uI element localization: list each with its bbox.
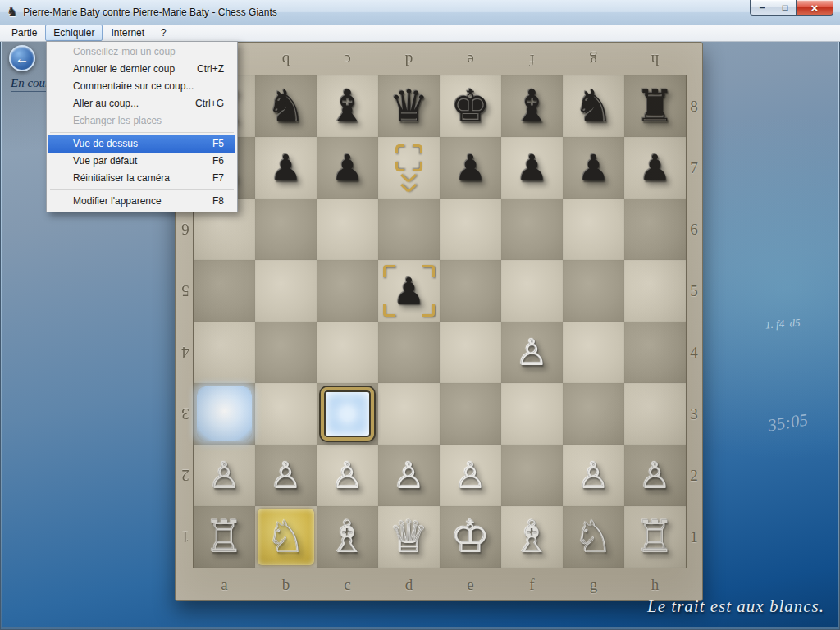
- square-b3[interactable]: [255, 383, 317, 445]
- square-d3[interactable]: [378, 383, 440, 445]
- piece-wq-d1[interactable]: ♕: [378, 506, 440, 568]
- piece-wp-g2[interactable]: ♙: [563, 445, 624, 506]
- close-button[interactable]: ×: [796, 0, 833, 16]
- square-e3[interactable]: [440, 383, 501, 445]
- square-a4[interactable]: [194, 322, 255, 383]
- piece-br-h8[interactable]: ♜: [624, 75, 686, 137]
- menu-item: Conseillez-moi un coup: [48, 43, 235, 61]
- menu-item-shortcut: F6: [212, 155, 224, 167]
- piece-bk-e8[interactable]: ♚: [440, 75, 501, 137]
- turn-status-text: Le trait est aux blancs.: [647, 596, 824, 617]
- piece-bp-e7[interactable]: ♟: [440, 137, 501, 199]
- piece-wp-h2[interactable]: ♙: [624, 445, 686, 506]
- piece-wp-c2[interactable]: ♙: [317, 445, 378, 506]
- titlebar[interactable]: ♞ Pierre-Marie Baty contre Pierre-Marie …: [0, 0, 840, 25]
- maximize-icon: □: [783, 3, 788, 12]
- piece-wp-b2[interactable]: ♙: [255, 445, 317, 506]
- piece-wr-a1[interactable]: ♖: [194, 506, 255, 568]
- square-g4[interactable]: [563, 322, 624, 383]
- menubar-items: PartieEchiquierInternet?: [0, 25, 840, 41]
- piece-wr-h1[interactable]: ♖: [624, 506, 686, 568]
- chevron: [400, 177, 417, 194]
- square-f3[interactable]: [501, 383, 563, 445]
- piece-bb-f8[interactable]: ♝: [501, 75, 563, 137]
- app-icon: ♞: [7, 6, 18, 19]
- piece-bp-h7[interactable]: ♟: [624, 137, 686, 199]
- menubar-item-internet[interactable]: Internet: [103, 25, 153, 41]
- square-h4[interactable]: [624, 322, 686, 383]
- menu-item[interactable]: Annuler le dernier coupCtrl+Z: [48, 61, 235, 78]
- square-e5[interactable]: [440, 260, 501, 322]
- square-e4[interactable]: [440, 322, 501, 383]
- piece-wn-g1[interactable]: ♘: [563, 506, 624, 568]
- menu-item-shortcut: Ctrl+Z: [197, 63, 224, 75]
- square-c6[interactable]: [317, 199, 378, 260]
- file-label-top-f: f: [501, 48, 563, 71]
- piece-bn-b8[interactable]: ♞: [255, 75, 317, 137]
- menubar-item-help[interactable]: ?: [153, 25, 175, 41]
- menu-item-label: Commentaire sur ce coup...: [73, 80, 194, 92]
- rank-label-right-1: 1: [686, 506, 702, 568]
- menu-item-shortcut: F8: [212, 195, 224, 207]
- menu-item-label: Aller au coup...: [73, 98, 139, 109]
- square-b5[interactable]: [255, 260, 317, 322]
- piece-wp-f4[interactable]: ♙: [501, 322, 563, 383]
- menu-item-shortcut: F5: [212, 138, 224, 149]
- file-label-top-g: g: [563, 48, 624, 71]
- square-g6[interactable]: [563, 199, 624, 260]
- piece-bb-c8[interactable]: ♝: [317, 75, 378, 137]
- square-c4[interactable]: [317, 322, 378, 383]
- file-label-top-c: c: [317, 48, 378, 71]
- square-b6[interactable]: [255, 199, 317, 260]
- square-f2[interactable]: [501, 445, 563, 506]
- piece-wp-a2[interactable]: ♙: [194, 445, 255, 506]
- board-frame: ♜♞♝♛♚♝♞♜♟♟♟♟♟♟♟♟♙♙♙♙♙♙♙♙♖♘♗♕♔♗♘♖ aabbccd…: [175, 42, 703, 601]
- piece-bp-g7[interactable]: ♟: [563, 137, 624, 199]
- menu-item[interactable]: Vue par défautF6: [48, 153, 235, 170]
- minimize-icon: –: [760, 2, 765, 12]
- clock-text: 35:05: [766, 409, 809, 436]
- rank-label-right-7: 7: [686, 137, 702, 199]
- piece-bp-c7[interactable]: ♟: [317, 137, 378, 199]
- menubar-item-partie[interactable]: Partie: [3, 25, 45, 41]
- highlight-cursor-frame-c3: [321, 387, 374, 441]
- square-g3[interactable]: [563, 383, 624, 445]
- piece-wn-b1[interactable]: ♘: [255, 506, 317, 568]
- square-f6[interactable]: [501, 199, 563, 260]
- piece-wp-d2[interactable]: ♙: [378, 445, 440, 506]
- square-g5[interactable]: [563, 260, 624, 322]
- square-b4[interactable]: [255, 322, 317, 383]
- piece-bn-g8[interactable]: ♞: [563, 75, 624, 137]
- menu-item[interactable]: Aller au coup...Ctrl+G: [48, 95, 235, 112]
- square-a5[interactable]: [194, 260, 255, 322]
- piece-bp-b7[interactable]: ♟: [255, 137, 317, 199]
- square-c5[interactable]: [317, 260, 378, 322]
- square-h5[interactable]: [624, 260, 686, 322]
- square-h3[interactable]: [624, 383, 686, 445]
- square-d4[interactable]: [378, 322, 440, 383]
- square-h6[interactable]: [624, 199, 686, 260]
- square-f5[interactable]: [501, 260, 563, 322]
- back-button[interactable]: ←: [9, 45, 35, 71]
- piece-wb-c1[interactable]: ♗: [317, 506, 378, 568]
- board-squares: ♜♞♝♛♚♝♞♜♟♟♟♟♟♟♟♟♙♙♙♙♙♙♙♙♖♘♗♕♔♗♘♖: [194, 75, 686, 568]
- piece-bq-d8[interactable]: ♛: [378, 75, 440, 137]
- square-e6[interactable]: [440, 199, 501, 260]
- menu-item[interactable]: Réinitialiser la caméraF7: [48, 170, 235, 187]
- window-title: Pierre-Marie Baty contre Pierre-Marie Ba…: [23, 7, 276, 18]
- piece-wk-e1[interactable]: ♔: [440, 506, 501, 568]
- piece-wp-e2[interactable]: ♙: [440, 445, 501, 506]
- menu-item[interactable]: Modifier l'apparenceF8: [48, 193, 235, 210]
- minimize-button[interactable]: –: [750, 0, 774, 16]
- maximize-button[interactable]: □: [774, 0, 797, 16]
- file-label-bottom-d: d: [378, 572, 440, 598]
- menu-item[interactable]: Commentaire sur ce coup...: [48, 78, 235, 95]
- file-label-bottom-f: f: [501, 572, 563, 598]
- menubar-item-echiquier[interactable]: Echiquier: [45, 25, 103, 41]
- piece-bp-d5[interactable]: ♟: [378, 260, 440, 322]
- menu-item[interactable]: Vue de dessusF5: [48, 135, 235, 153]
- rank-label-left-5: 5: [177, 260, 194, 322]
- square-d6[interactable]: [378, 199, 440, 260]
- piece-bp-f7[interactable]: ♟: [501, 137, 563, 199]
- piece-wb-f1[interactable]: ♗: [501, 506, 563, 568]
